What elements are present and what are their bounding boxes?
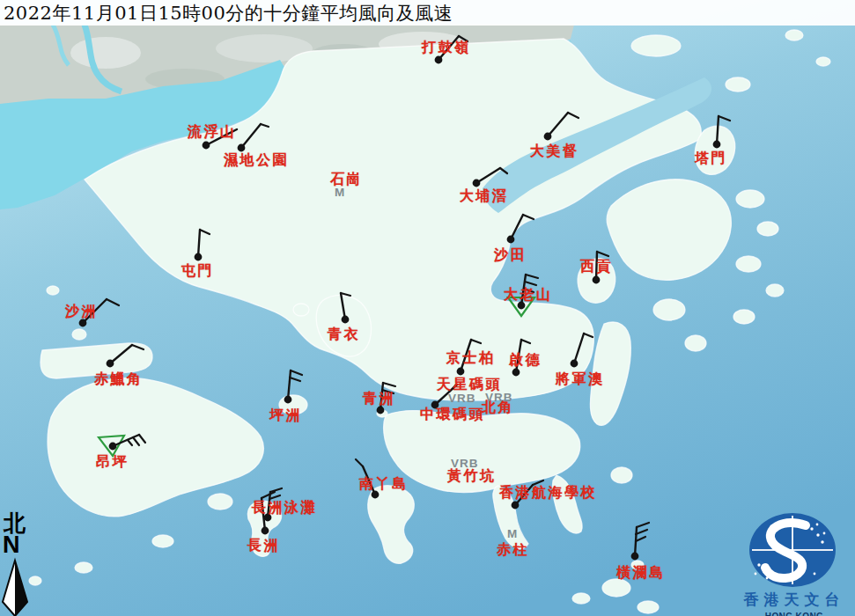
station-dot — [107, 360, 114, 368]
hko-name-cjk: 香港天文台 — [738, 590, 851, 610]
station-dot — [435, 56, 443, 64]
hko-logo-text: 香港天文台 HONG KONG OBSERVATORY — [738, 510, 851, 616]
station-dot — [518, 302, 526, 310]
station-dot — [109, 443, 117, 451]
station-dot — [512, 502, 520, 510]
station-dot — [372, 491, 380, 499]
map-canvas — [0, 0, 855, 616]
wind-staff — [596, 252, 597, 280]
station-dot — [473, 180, 481, 187]
station-dot — [512, 369, 520, 377]
station-dot — [713, 141, 721, 149]
station-dot — [262, 527, 269, 535]
station-dot — [203, 142, 210, 150]
station-dot — [377, 407, 385, 414]
title-bar: 2022年11月01日15時00分的十分鐘平均風向及風速 — [0, 0, 855, 26]
station-dot — [79, 319, 87, 327]
station-dot — [507, 236, 515, 244]
compass-north-latin: N — [3, 534, 37, 555]
hko-name-en: HONG KONG OBSERVATORY — [738, 612, 851, 616]
station-dot — [284, 396, 292, 404]
station-dot — [593, 276, 601, 284]
station-dot — [238, 144, 246, 152]
station-dot — [457, 368, 465, 376]
station-dot — [544, 133, 552, 141]
station-dot — [342, 316, 350, 324]
station-dot — [264, 514, 272, 522]
station-dot — [571, 360, 579, 368]
station-dot — [431, 401, 439, 409]
station-dot — [631, 553, 639, 561]
wind-map: 2022年11月01日15時00分的十分鐘平均風向及風速 打鼓嶺流浮山濕地公園石… — [0, 0, 855, 616]
page-title: 2022年11月01日15時00分的十分鐘平均風向及風速 — [0, 1, 453, 26]
compass: 北 N — [2, 512, 37, 555]
station-dot — [195, 253, 203, 261]
